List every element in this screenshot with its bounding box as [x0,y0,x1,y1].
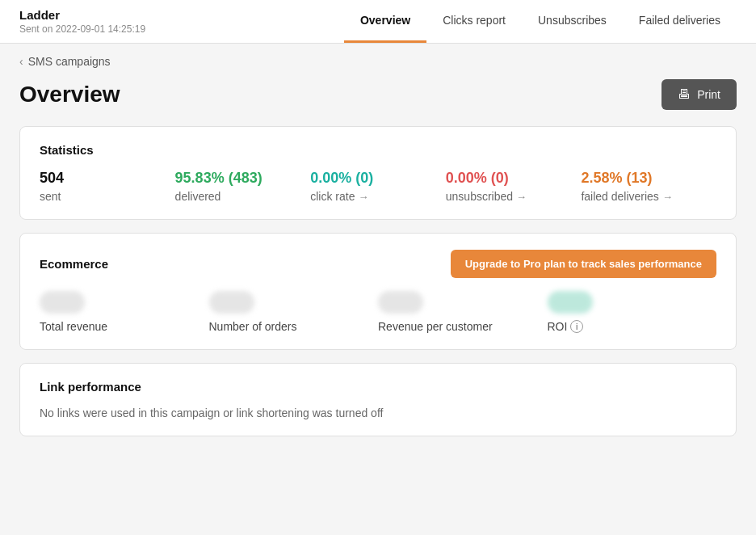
stat-delivered-label: delivered [175,190,311,203]
breadcrumb: ‹ SMS campaigns [0,44,756,79]
stat-click-rate-label: click rate → [310,190,446,203]
page-title: Overview [19,82,120,107]
stats-row: 504 sent 95.83% (483) delivered 0.00% (0… [40,170,716,203]
link-performance-title: Link performance [40,380,716,394]
top-navigation: Ladder Sent on 2022-09-01 14:25:19 Overv… [0,0,756,44]
link-performance-empty-message: No links were used in this campaign or l… [40,407,716,419]
roi-label: ROI i [548,320,584,333]
statistics-card: Statistics 504 sent 95.83% (483) deliver… [19,126,737,220]
stat-failed-deliveries: 2.58% (13) failed deliveries → [581,170,716,203]
revenue-per-customer-label: Revenue per customer [378,320,493,333]
tab-unsubscribes[interactable]: Unsubscribes [522,0,623,43]
stat-click-rate: 0.00% (0) click rate → [310,170,446,203]
roi-value-blurred [548,291,593,314]
breadcrumb-sms-campaigns[interactable]: SMS campaigns [28,55,111,68]
nav-tabs: Overview Clicks report Unsubscribes Fail… [344,0,737,43]
back-arrow-icon: ‹ [19,55,23,68]
total-revenue-label: Total revenue [40,320,107,333]
ecommerce-header: Ecommerce Upgrade to Pro plan to track s… [40,250,716,278]
stat-unsubscribed-value: 0.00% (0) [446,170,582,187]
main-content: Overview 🖶 Print Statistics 504 sent 95.… [0,79,756,475]
statistics-title: Statistics [40,143,716,157]
number-orders-value-blurred [209,291,254,314]
ecommerce-title: Ecommerce [40,257,108,271]
number-orders-label: Number of orders [209,320,297,333]
stat-failed-value: 2.58% (13) [581,170,716,187]
page-header: Overview 🖶 Print [19,79,737,110]
link-performance-card: Link performance No links were used in t… [19,363,737,436]
stat-sent-label: sent [40,190,175,203]
stat-sent-value: 504 [40,170,175,187]
tab-clicks-report[interactable]: Clicks report [426,0,522,43]
campaign-title: Ladder [19,8,145,22]
stat-click-rate-value: 0.00% (0) [310,170,446,187]
tab-overview[interactable]: Overview [344,0,426,43]
stat-delivered-value: 95.83% (483) [175,170,311,187]
unsubscribed-arrow-icon: → [516,191,527,203]
print-icon: 🖶 [678,87,691,102]
stat-unsubscribed-label: unsubscribed → [446,190,582,203]
roi-info-icon[interactable]: i [570,320,583,333]
ecom-total-revenue: Total revenue [40,291,209,333]
ecom-number-orders: Number of orders [209,291,379,333]
stat-failed-label: failed deliveries → [581,190,716,203]
ecommerce-card: Ecommerce Upgrade to Pro plan to track s… [19,233,737,350]
revenue-per-customer-value-blurred [378,291,423,314]
ecom-roi: ROI i [548,291,717,333]
upgrade-button[interactable]: Upgrade to Pro plan to track sales perfo… [451,250,716,278]
ecommerce-metrics: Total revenue Number of orders Revenue p… [40,291,716,333]
total-revenue-value-blurred [40,291,85,314]
tab-failed-deliveries[interactable]: Failed deliveries [623,0,737,43]
stat-sent: 504 sent [40,170,175,203]
failed-arrow-icon: → [662,191,673,203]
print-button[interactable]: 🖶 Print [662,79,737,110]
campaign-info: Ladder Sent on 2022-09-01 14:25:19 [19,0,178,43]
campaign-date: Sent on 2022-09-01 14:25:19 [19,23,145,35]
ecom-revenue-per-customer: Revenue per customer [378,291,548,333]
click-rate-arrow-icon: → [358,191,368,203]
stat-delivered: 95.83% (483) delivered [175,170,311,203]
stat-unsubscribed: 0.00% (0) unsubscribed → [446,170,582,203]
